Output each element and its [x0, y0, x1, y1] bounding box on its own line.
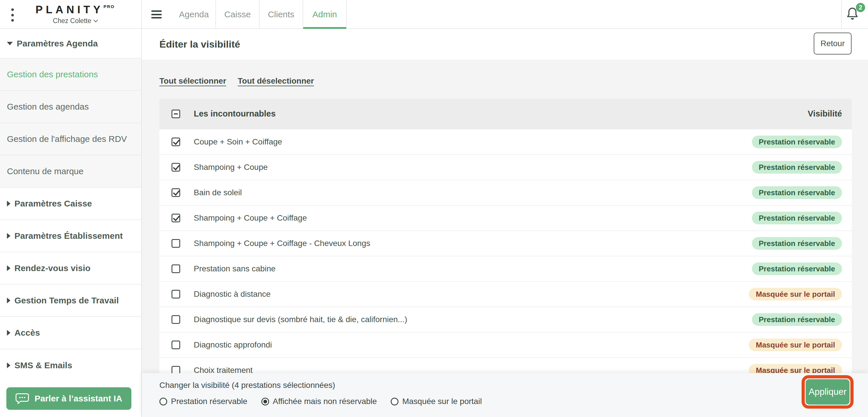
prestation-name: Diagnostic approfondi: [194, 340, 272, 349]
visibility-badge: Prestation réservable: [752, 313, 842, 326]
table-row: Bain de soleil Prestation réservable: [159, 180, 852, 205]
prestation-name: Shampoing + Coupe + Coiffage - Cheveux L…: [194, 239, 370, 248]
row-checkbox[interactable]: [172, 315, 180, 324]
table-row: Coupe + Soin + Coiffage Prestation réser…: [159, 129, 852, 154]
visibility-badge: Masquée sur le portail: [749, 288, 842, 301]
chat-bubble-icon: [16, 393, 29, 404]
visibility-badge: Masquée sur le portail: [749, 339, 842, 351]
main-content: Éditer la visibilité Retour Tout sélecti…: [142, 29, 868, 417]
visibility-badge: Prestation réservable: [752, 263, 842, 275]
radio-icon[interactable]: [159, 398, 167, 406]
sidebar-section-acces[interactable]: Accès: [0, 317, 141, 349]
prestation-name: Diagnostic à distance: [194, 289, 271, 299]
prestation-name: Coupe + Soin + Coiffage: [194, 137, 282, 146]
chevron-down-icon: [94, 18, 98, 23]
content-area: Tout sélectionner Tout déselectionner Le…: [142, 60, 868, 417]
planity-logo: PLANITYPRO: [32, 4, 118, 16]
visibility-radio-group: Prestation réservable Affichée mais non …: [159, 397, 482, 406]
radio-icon[interactable]: [261, 398, 269, 406]
tab-caisse[interactable]: Caisse: [216, 0, 259, 29]
table-row: Diagnostic à distance Masquée sur le por…: [159, 281, 852, 307]
row-checkbox[interactable]: [172, 239, 180, 248]
establishment-name: Chez Colette: [53, 17, 91, 25]
sidebar-section-rendez-vous-visio[interactable]: Rendez-vous visio: [0, 252, 141, 285]
notification-count-badge: 2: [856, 3, 865, 12]
triangle-down-icon: [7, 42, 13, 45]
sidebar-item-gestion-affichage-rdv[interactable]: Gestion de l'affichage des RDV: [0, 123, 141, 155]
page-title: Éditer la visibilité: [159, 39, 240, 50]
sidebar-section-parametres-agenda[interactable]: Paramètres Agenda: [0, 29, 141, 59]
triangle-right-icon: [7, 298, 10, 303]
sidebar-section-sms-emails[interactable]: SMS & Emails: [0, 349, 141, 382]
radio-masquee-portail[interactable]: Masquée sur le portail: [391, 397, 482, 406]
triangle-right-icon: [7, 330, 10, 336]
triangle-right-icon: [7, 362, 10, 368]
row-checkbox[interactable]: [172, 163, 180, 172]
main-nav-tabs: Agenda Caisse Clients Admin: [173, 0, 347, 29]
group-checkbox[interactable]: [172, 110, 180, 118]
sidebar-item-gestion-des-prestations[interactable]: Gestion des prestations: [0, 59, 141, 91]
top-bar: PLANITYPRO Chez Colette Agenda Caisse Cl…: [0, 0, 868, 29]
table-row: Shampoing + Coupe + Coiffage - Cheveux L…: [159, 231, 852, 256]
prestation-name: Shampoing + Coupe + Coiffage: [194, 213, 307, 222]
table-row: Prestation sans cabine Prestation réserv…: [159, 256, 852, 281]
radio-affichee-non-reservable[interactable]: Affichée mais non réservable: [261, 397, 377, 406]
pro-badge: PRO: [103, 4, 115, 9]
row-checkbox[interactable]: [172, 214, 180, 222]
divider: [141, 0, 142, 29]
sidebar-item-contenu-de-marque[interactable]: Contenu de marque: [0, 155, 141, 188]
prestations-table: Les incontournables Visibilité Coupe + S…: [159, 99, 852, 383]
row-checkbox[interactable]: [172, 265, 180, 273]
radio-icon[interactable]: [391, 398, 399, 406]
page-header: Éditer la visibilité Retour: [142, 29, 868, 60]
sidebar-section-parametres-etablissement[interactable]: Paramètres Établissement: [0, 220, 141, 252]
ai-assistant-button[interactable]: Parler à l’assistant IA: [6, 387, 131, 410]
back-button[interactable]: Retour: [814, 33, 851, 55]
triangle-right-icon: [7, 201, 10, 207]
table-row: Diagnostique sur devis (sombré hait, tie…: [159, 307, 852, 332]
kebab-menu-icon[interactable]: [9, 8, 16, 22]
row-checkbox[interactable]: [172, 138, 180, 146]
sidebar-section-gestion-temps-travail[interactable]: Gestion Temps de Travail: [0, 285, 141, 317]
triangle-right-icon: [7, 265, 10, 271]
notifications-button[interactable]: 2: [846, 6, 863, 24]
prestation-name: Diagnostique sur devis (sombré hait, tie…: [194, 315, 407, 324]
hamburger-menu-icon[interactable]: [151, 10, 162, 19]
visibility-badge: Prestation réservable: [752, 212, 842, 224]
tab-agenda[interactable]: Agenda: [173, 0, 216, 29]
divider: [841, 0, 842, 29]
highlight-annotation: Appliquer: [802, 375, 854, 409]
tab-clients[interactable]: Clients: [259, 0, 303, 29]
group-title: Les incontournables: [194, 109, 276, 118]
triangle-right-icon: [7, 233, 10, 239]
row-checkbox[interactable]: [172, 188, 180, 197]
visibility-badge: Prestation réservable: [752, 186, 842, 199]
radio-prestation-reservable[interactable]: Prestation réservable: [159, 397, 247, 406]
visibility-action-bar: Changer la visibilité (4 prestations sél…: [142, 373, 868, 417]
visibility-badge: Prestation réservable: [752, 161, 842, 174]
prestation-name: Shampoing + Coupe: [194, 163, 268, 172]
select-all-link[interactable]: Tout sélectionner: [159, 76, 226, 85]
table-row: Shampoing + Coupe Prestation réservable: [159, 154, 852, 180]
tab-admin[interactable]: Admin: [303, 0, 347, 29]
change-visibility-label: Changer la visibilité (4 prestations sél…: [159, 381, 335, 390]
prestation-name: Bain de soleil: [194, 188, 242, 197]
row-checkbox[interactable]: [172, 290, 180, 299]
table-row: Diagnostic approfondi Masquée sur le por…: [159, 332, 852, 357]
row-checkbox[interactable]: [172, 341, 180, 349]
visibility-column-header: Visibilité: [808, 109, 842, 118]
visibility-badge: Prestation réservable: [752, 237, 842, 250]
establishment-switcher[interactable]: PLANITYPRO Chez Colette: [32, 4, 118, 25]
sidebar-item-gestion-des-agendas[interactable]: Gestion des agendas: [0, 91, 141, 123]
sidebar-section-parametres-caisse[interactable]: Paramètres Caisse: [0, 188, 141, 220]
apply-button[interactable]: Appliquer: [806, 379, 849, 405]
prestation-name: Prestation sans cabine: [194, 264, 276, 273]
table-row: Shampoing + Coupe + Coiffage Prestation …: [159, 205, 852, 231]
deselect-all-link[interactable]: Tout déselectionner: [238, 76, 314, 85]
visibility-badge: Prestation réservable: [752, 136, 842, 148]
table-group-header: Les incontournables Visibilité: [159, 99, 852, 129]
admin-sidebar: Paramètres Agenda Gestion des prestation…: [0, 29, 142, 417]
